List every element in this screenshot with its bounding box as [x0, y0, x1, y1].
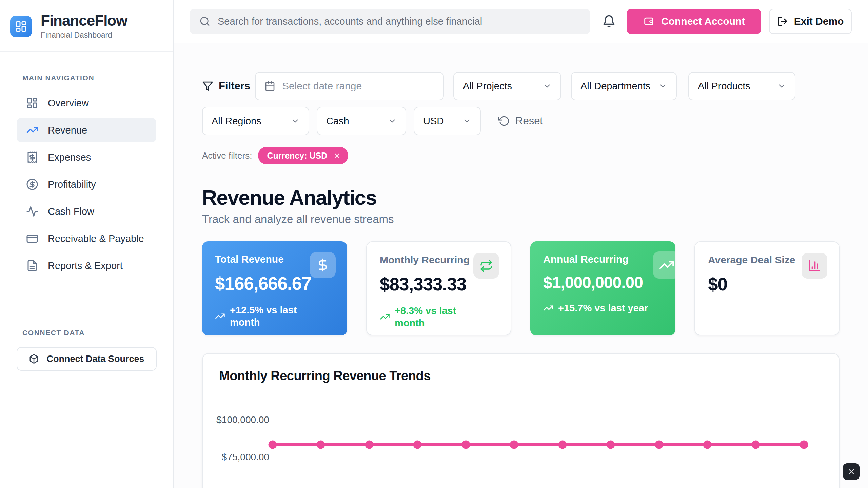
line-data-point[interactable]: [655, 441, 663, 449]
stat-icon-badge: [802, 253, 827, 279]
exit-demo-button[interactable]: Exit Demo: [769, 9, 852, 34]
regions-dropdown[interactable]: All Regions: [202, 107, 309, 135]
remove-filter-icon[interactable]: [333, 152, 341, 159]
connect-account-button[interactable]: Connect Account: [627, 9, 761, 34]
filters-row-2: All Regions Cash USD Reset: [202, 107, 840, 135]
chevron-down-icon: [658, 82, 667, 90]
stat-card-annual-recurring: Annual Recurring $1,000,000.00 +15.7% vs…: [530, 241, 675, 336]
trending-up-icon: [380, 312, 390, 322]
main-navigation: Overview Revenue Expenses Profitability …: [0, 91, 173, 278]
app-title: FinanceFlow: [41, 13, 127, 28]
close-icon: [847, 467, 856, 476]
layout-grid-icon: [15, 20, 27, 33]
sidebar-item-overview[interactable]: Overview: [17, 91, 156, 115]
chevron-down-icon: [543, 82, 552, 90]
stat-icon-badge: [310, 252, 336, 278]
dollar-circle-icon: [26, 178, 38, 190]
chevron-down-icon: [462, 117, 471, 125]
line-data-point[interactable]: [558, 441, 567, 449]
rotate-ccw-icon: [498, 115, 510, 127]
search-icon: [199, 16, 210, 27]
line-data-point[interactable]: [510, 441, 518, 449]
activity-icon: [26, 205, 38, 218]
trending-up-icon: [543, 303, 553, 313]
search-input[interactable]: [218, 16, 580, 27]
line-data-point[interactable]: [800, 441, 808, 449]
app-tagline: Financial Dashboard: [41, 30, 127, 40]
line-data-point[interactable]: [413, 441, 422, 449]
line-data-point[interactable]: [461, 441, 470, 449]
reset-filters-button[interactable]: Reset: [498, 115, 543, 127]
departments-dropdown-value: All Departments: [580, 81, 650, 92]
currency-dropdown[interactable]: USD: [414, 107, 481, 135]
nav-section-heading: MAIN NAVIGATION: [22, 74, 173, 82]
line-data-point[interactable]: [703, 441, 712, 449]
payment-method-dropdown[interactable]: Cash: [317, 107, 406, 135]
date-range-picker[interactable]: [255, 72, 444, 100]
reset-label: Reset: [515, 115, 543, 127]
active-filters-label: Active filters:: [202, 150, 252, 161]
sidebar-item-label: Profitability: [48, 179, 96, 190]
section-divider: [202, 177, 840, 177]
sidebar-item-label: Overview: [48, 98, 89, 109]
line-data-point[interactable]: [607, 441, 615, 449]
trend-line: [273, 443, 804, 446]
brand: FinanceFlow Financial Dashboard: [0, 0, 173, 52]
sidebar-item-label: Cash Flow: [48, 206, 94, 217]
filters-row-1: Filters All Projects All Departments All…: [202, 72, 840, 100]
page-subtitle: Track and analyze all revenue streams: [202, 213, 840, 226]
connect-data-sources-button[interactable]: Connect Data Sources: [17, 347, 157, 371]
layout-grid-icon: [26, 97, 38, 109]
funnel-icon: [202, 81, 213, 92]
app-frame: FinanceFlow Financial Dashboard MAIN NAV…: [0, 0, 868, 488]
stat-delta: +8.3% vs last month: [380, 305, 498, 329]
stat-icon-badge: [653, 251, 675, 279]
stat-card-total-revenue: Total Revenue $166,666.67 +12.5% vs last…: [202, 241, 347, 336]
products-dropdown-value: All Products: [698, 81, 750, 92]
topbar: Connect Account Exit Demo: [174, 0, 868, 43]
sidebar-item-label: Reports & Export: [48, 260, 123, 271]
active-filter-chip-currency[interactable]: Currency: USD: [258, 147, 348, 164]
box-icon: [29, 354, 39, 364]
mrr-trends-chart-card: Monthly Recurring Revenue Trends $100,00…: [202, 353, 840, 488]
payment-method-dropdown-value: Cash: [326, 116, 349, 127]
floating-close-button[interactable]: [843, 463, 860, 480]
stat-value: $1,000,000.00: [543, 273, 663, 292]
chevron-down-icon: [388, 117, 397, 125]
sidebar-item-receivable-payable[interactable]: Receivable & Payable: [17, 226, 156, 251]
sidebar-item-profitability[interactable]: Profitability: [17, 172, 156, 197]
line-data-point[interactable]: [317, 441, 325, 449]
bell-icon: [602, 15, 616, 28]
sidebar-item-cash-flow[interactable]: Cash Flow: [17, 199, 156, 224]
projects-dropdown[interactable]: All Projects: [453, 72, 561, 100]
line-data-point[interactable]: [365, 441, 373, 449]
trending-up-icon: [215, 311, 225, 321]
currency-dropdown-value: USD: [423, 116, 444, 127]
sidebar-item-reports-export[interactable]: Reports & Export: [17, 253, 156, 278]
sidebar-item-expenses[interactable]: Expenses: [17, 145, 156, 169]
notifications-button[interactable]: [599, 11, 619, 32]
exit-demo-label: Exit Demo: [794, 16, 844, 27]
active-filters-row: Active filters: Currency: USD: [202, 147, 840, 164]
projects-dropdown-value: All Projects: [463, 81, 512, 92]
stat-delta: +15.7% vs last year: [543, 302, 663, 314]
date-range-input[interactable]: [282, 80, 434, 92]
line-data-point[interactable]: [751, 441, 760, 449]
departments-dropdown[interactable]: All Departments: [571, 72, 677, 100]
products-dropdown[interactable]: All Products: [688, 72, 795, 100]
line-data-point[interactable]: [269, 441, 277, 449]
bar-chart-icon: [808, 259, 821, 272]
stat-cards: Total Revenue $166,666.67 +12.5% vs last…: [202, 241, 840, 336]
repeat-icon: [479, 259, 493, 272]
sidebar-item-revenue[interactable]: Revenue: [17, 118, 156, 142]
y-axis-tick: $75,000.00: [215, 452, 269, 463]
filters-title-label: Filters: [219, 80, 250, 92]
trending-up-icon: [26, 124, 38, 136]
dollar-sign-icon: [316, 258, 330, 272]
stat-delta-text: +8.3% vs last month: [395, 305, 479, 329]
chevron-down-icon: [777, 82, 786, 90]
main-content: Filters All Projects All Departments All…: [174, 43, 868, 488]
sidebar-item-label: Receivable & Payable: [48, 233, 144, 244]
chip-label: Currency: USD: [267, 151, 327, 161]
stat-card-monthly-recurring: Monthly Recurring $83,333.33 +8.3% vs la…: [366, 241, 511, 336]
